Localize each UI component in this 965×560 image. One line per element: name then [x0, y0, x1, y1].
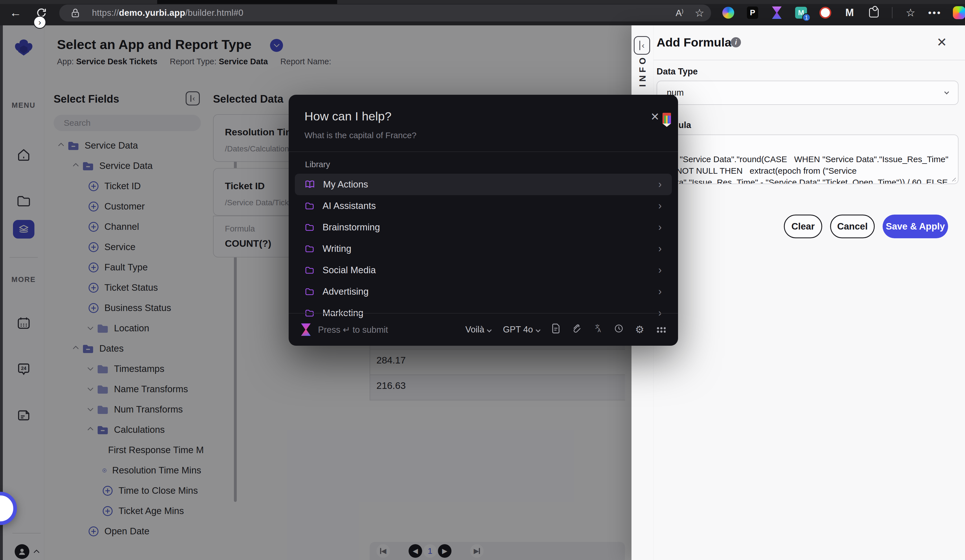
info-icon[interactable]: i	[731, 37, 741, 47]
attachment-icon[interactable]	[572, 324, 581, 336]
copilot-icon[interactable]	[953, 7, 965, 19]
folder-icon	[305, 266, 314, 274]
library-item-label: Writing	[322, 243, 351, 254]
reader-mode-icon[interactable]: A)	[676, 8, 684, 18]
toolbar-divider	[892, 7, 893, 18]
assistant-modal: How can I help? What is the capital of F…	[289, 95, 678, 346]
library-item-my-actions[interactable]: My Actions ›	[295, 174, 672, 195]
extension-duck-icon[interactable]	[819, 7, 831, 19]
extension-mono-icon[interactable]: M	[843, 7, 856, 19]
browser-menu-icon[interactable]: •••	[929, 7, 941, 19]
close-assistant-icon[interactable]: ✕	[650, 111, 659, 123]
library-item-label: My Actions	[323, 179, 368, 190]
data-type-select[interactable]: num	[657, 81, 958, 105]
extension-badge: 1	[802, 13, 811, 22]
translate-icon[interactable]: 文A	[593, 324, 602, 336]
save-apply-button[interactable]: Save & Apply	[883, 215, 948, 238]
browser-tab[interactable]	[0, 0, 157, 4]
formula-panel-title: Add Formula	[657, 36, 731, 49]
panel-divider	[654, 60, 965, 60]
collapse-formula-panel-button[interactable]: ‹	[634, 36, 650, 55]
lock-icon	[71, 8, 80, 18]
chevron-right-icon: ›	[658, 286, 662, 297]
history-clock-icon[interactable]	[614, 324, 623, 335]
library-item-label: Advertising	[322, 286, 368, 297]
chevron-right-icon: ›	[658, 221, 662, 233]
library-item-label: Brainstorming	[322, 222, 380, 233]
assistant-prompt-placeholder[interactable]: What is the capital of France?	[304, 131, 662, 140]
close-formula-panel-icon[interactable]: ✕	[937, 35, 947, 49]
extension-pencil-icon[interactable]	[662, 113, 671, 126]
extension-m-badge-icon[interactable]: M1	[795, 7, 807, 19]
apps-grid-icon[interactable]	[656, 326, 666, 333]
folder-icon	[305, 245, 314, 253]
book-icon	[305, 180, 315, 189]
library-item-social-media[interactable]: Social Media ›	[295, 260, 672, 281]
chevron-right-icon: ›	[658, 178, 662, 190]
library-item-advertising[interactable]: Advertising ›	[295, 281, 672, 302]
submit-hint: Press ↵ to submit	[318, 325, 388, 335]
extension-hourglass-icon[interactable]	[770, 7, 783, 19]
library-item-writing[interactable]: Writing ›	[295, 238, 672, 260]
back-button[interactable]: ←	[8, 5, 23, 20]
chevron-right-icon: ›	[658, 243, 662, 255]
sidebar-expand-button[interactable]: ›	[33, 16, 46, 29]
app-screen: ← https://demo.yurbi.app/builder.html#0 …	[0, 0, 965, 560]
chevron-down-icon	[944, 90, 949, 95]
voila-logo-icon	[301, 323, 311, 336]
url-text[interactable]: https://demo.yurbi.app/builder.html#0	[92, 8, 244, 18]
settings-gear-icon[interactable]: ⚙	[635, 324, 644, 336]
workspace-dropdown[interactable]: Voilà	[465, 325, 491, 335]
document-icon[interactable]	[552, 323, 560, 336]
library-item-brainstorming[interactable]: Brainstorming ›	[295, 217, 672, 238]
library-item-label: Social Media	[322, 265, 376, 276]
library-item-label: AI Assistants	[322, 201, 376, 211]
folder-icon	[305, 287, 314, 296]
formula-textarea[interactable]: "Service Data"."round(CASE WHEN "Service…	[657, 134, 958, 184]
library-section-label: Library	[289, 152, 678, 169]
extension-p-icon[interactable]: P	[746, 7, 759, 19]
browser-chrome: ← https://demo.yurbi.app/builder.html#0 …	[0, 0, 965, 25]
data-type-label: Data Type	[657, 67, 698, 77]
folder-icon	[305, 223, 314, 231]
extension-pie-icon[interactable]	[722, 7, 734, 19]
extensions-puzzle-icon[interactable]	[868, 7, 880, 19]
clear-button[interactable]: Clear	[784, 215, 822, 238]
assistant-footer: Press ↵ to submit Voilà GPT 4o 文A ⚙	[289, 313, 678, 346]
collections-icon[interactable]: ☆	[904, 7, 917, 19]
chevron-right-icon: ›	[658, 264, 662, 276]
svg-text:A: A	[598, 328, 601, 333]
favorite-star-icon[interactable]: ☆	[695, 7, 704, 19]
info-side-tab[interactable]: & INFO	[638, 55, 648, 101]
add-formula-panel: ‹ & INFO Add Formula i ✕ Data Type num F…	[631, 25, 965, 560]
library-item-ai-assistants[interactable]: AI Assistants ›	[295, 195, 672, 217]
model-dropdown[interactable]: GPT 4o	[503, 325, 540, 335]
folder-icon	[305, 202, 314, 210]
cancel-button[interactable]: Cancel	[830, 215, 875, 238]
address-bar[interactable]: https://demo.yurbi.app/builder.html#0 A)…	[59, 5, 711, 21]
assistant-title: How can I help?	[304, 109, 662, 123]
chevron-right-icon: ›	[658, 200, 662, 212]
